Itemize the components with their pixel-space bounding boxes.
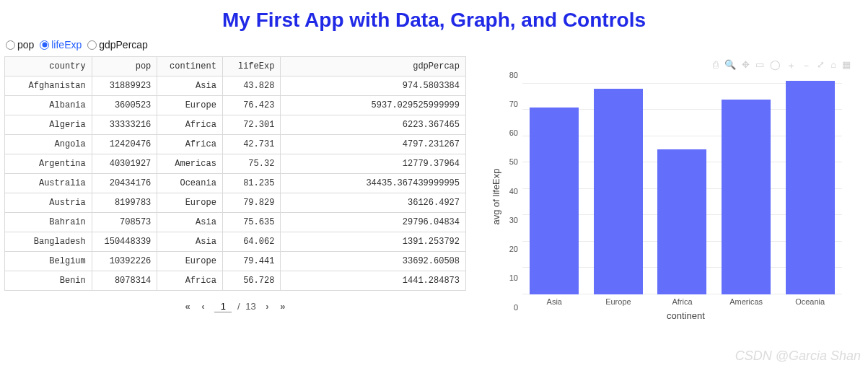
table-row[interactable]: Belgium10392226Europe79.44133692.60508 [5,251,466,271]
table-cell: Austria [5,193,92,212]
table-panel: countrypopcontinentlifeExpgdpPercap Afgh… [4,56,466,322]
y-tick: 70 [509,100,518,108]
page-title: My First App with Data, Graph, and Contr… [0,0,868,38]
table-cell: Asia [157,212,223,232]
table-cell: 75.635 [222,212,281,232]
data-table: countrypopcontinentlifeExpgdpPercap Afgh… [4,56,466,291]
chart-wrap: avg of lifeExp 80706050403020100 AsiaEur… [488,63,856,330]
x-tick: Oceania [786,297,835,306]
plot-area[interactable]: AsiaEuropeAfricaAmericasOceania continen… [522,63,856,330]
table-cell: 72.301 [222,115,281,134]
table-cell: Africa [157,115,223,134]
table-cell: 33333216 [92,115,157,134]
table-row[interactable]: Argentina40301927Americas75.3212779.3796… [5,154,466,173]
table-cell: Asia [157,76,223,95]
table-row[interactable]: Albania3600523Europe76.4235937.029525999… [5,95,466,115]
table-cell: 8199783 [92,193,157,212]
bar-Asia[interactable] [530,108,579,294]
radio-pop[interactable]: pop [6,39,34,51]
table-cell: 6223.367465 [281,115,466,134]
table-cell: Oceania [157,173,223,193]
col-country[interactable]: country [5,56,92,76]
table-cell: 79.441 [222,251,281,271]
x-tick: Europe [594,297,643,306]
table-cell: 1391.253792 [281,232,466,251]
table-cell: 5937.029525999999 [281,95,466,115]
bar-Europe[interactable] [594,89,643,294]
table-cell: Asia [157,232,223,251]
table-cell: 8078314 [92,271,157,290]
y-tick: 20 [509,245,518,253]
page-last-button[interactable]: » [276,299,289,313]
radio-icon [6,40,15,50]
metric-radio-group: pop lifeExp gdpPercap [0,38,868,56]
y-axis-ticks: 80706050403020100 [504,63,522,330]
table-cell: 81.235 [222,173,281,193]
radio-icon [40,40,49,50]
radio-label: lifeExp [51,39,82,51]
table-cell: 64.062 [222,232,281,251]
table-row[interactable]: Afghanistan31889923Asia43.828974.5803384 [5,76,466,95]
table-cell: Angola [5,134,92,154]
table-cell: 12779.37964 [281,154,466,173]
table-row[interactable]: Australia20434176Oceania81.23534435.3674… [5,173,466,193]
table-cell: 974.5803384 [281,76,466,95]
table-cell: 3600523 [92,95,157,115]
table-cell: Americas [157,154,223,173]
table-cell: Africa [157,271,223,290]
x-tick: Africa [657,297,706,306]
table-cell: 20434176 [92,173,157,193]
table-cell: 12420476 [92,134,157,154]
page-next-button[interactable]: › [261,299,273,313]
radio-label: pop [17,39,34,51]
table-row[interactable]: Benin8078314Africa56.7281441.284873 [5,271,466,290]
y-axis-label-box: avg of lifeExp [488,63,504,330]
bar-Americas[interactable] [722,100,771,294]
table-cell: 40301927 [92,154,157,173]
col-continent[interactable]: continent [157,56,223,76]
table-row[interactable]: Bangladesh150448339Asia64.0621391.253792 [5,232,466,251]
table-cell: 42.731 [222,134,281,154]
table-cell: Bahrain [5,212,92,232]
x-axis-label: continent [522,306,849,321]
table-row[interactable]: Austria8199783Europe79.82936126.4927 [5,193,466,212]
bar-Africa[interactable] [657,149,706,294]
y-tick: 30 [509,216,518,224]
main-content: countrypopcontinentlifeExpgdpPercap Afgh… [0,56,868,330]
table-row[interactable]: Algeria33333216Africa72.3016223.367465 [5,115,466,134]
page-first-button[interactable]: « [181,299,195,313]
col-pop[interactable]: pop [92,56,157,76]
table-cell: 29796.04834 [281,212,466,232]
table-cell: 1441.284873 [281,271,466,290]
page-number-input[interactable] [214,301,232,312]
col-gdpPercap[interactable]: gdpPercap [281,56,466,76]
table-cell: 75.32 [222,154,281,173]
table-cell: 43.828 [222,76,281,95]
table-cell: Africa [157,134,223,154]
table-cell: 150448339 [92,232,157,251]
table-cell: 36126.4927 [281,193,466,212]
x-tick: Americas [722,297,771,306]
y-tick: 40 [509,187,518,196]
page-total: 13 [245,301,255,312]
table-cell: 79.829 [222,193,281,212]
table-cell: Algeria [5,115,92,134]
pagination: « ‹ / 13 › » [4,291,466,322]
y-axis-label: avg of lifeExp [491,168,501,224]
table-row[interactable]: Bahrain708573Asia75.63529796.04834 [5,212,466,232]
table-header-row: countrypopcontinentlifeExpgdpPercap [5,56,466,76]
radio-icon [87,40,97,50]
table-cell: Bangladesh [5,232,92,251]
table-cell: Australia [5,173,92,193]
page-prev-button[interactable]: ‹ [197,299,209,313]
table-cell: Argentina [5,154,92,173]
table-cell: Afghanistan [5,76,92,95]
table-cell: 708573 [92,212,157,232]
table-row[interactable]: Angola12420476Africa42.7314797.231267 [5,134,466,154]
col-lifeExp[interactable]: lifeExp [222,56,281,76]
bar-Oceania[interactable] [786,81,835,294]
radio-gdpPercap[interactable]: gdpPercap [87,39,148,51]
radio-lifeExp[interactable]: lifeExp [40,39,82,51]
table-cell: 4797.231267 [281,134,466,154]
x-tick: Asia [530,297,579,306]
